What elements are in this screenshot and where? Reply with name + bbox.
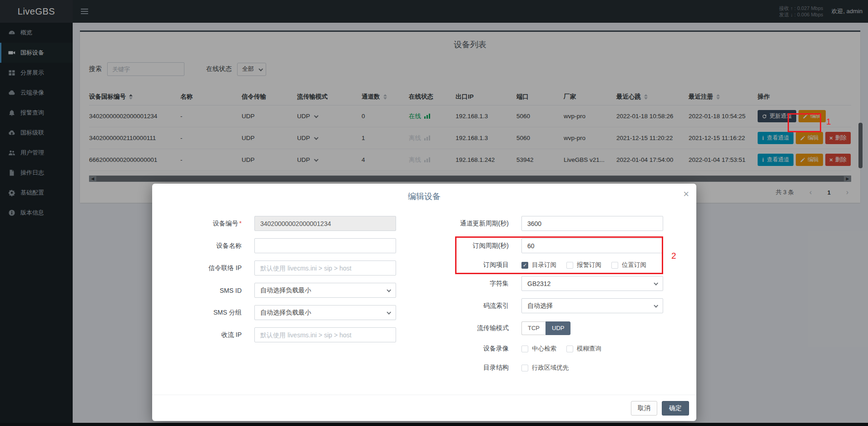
option-label: 模糊查询	[577, 345, 601, 353]
device-id-field	[254, 216, 396, 231]
catalog-subscribe-option[interactable]: 目录订阅	[521, 261, 556, 269]
udp-toggle-button[interactable]: UDP	[546, 321, 570, 335]
chevron-down-icon	[654, 303, 658, 308]
signal-ip-label: 信令联络 IP	[152, 264, 242, 272]
checkbox-icon[interactable]	[521, 346, 528, 352]
close-icon[interactable]: ×	[683, 189, 689, 199]
subscribe-period-field[interactable]	[521, 238, 663, 253]
required-asterisk: *	[239, 220, 242, 227]
checkbox-checked-icon[interactable]	[521, 262, 528, 269]
checkbox-icon[interactable]	[611, 262, 618, 269]
option-label: 行政区域优先	[532, 364, 569, 372]
option-label: 位置订阅	[622, 261, 646, 269]
stream-index-select[interactable]: 自动选择	[521, 298, 663, 313]
charset-select[interactable]: GB2312	[521, 276, 663, 291]
position-subscribe-option[interactable]: 位置订阅	[611, 261, 646, 269]
checkbox-icon[interactable]	[566, 262, 573, 269]
chevron-down-icon	[387, 310, 391, 315]
recv-ip-field[interactable]	[254, 327, 396, 342]
sms-id-select[interactable]: 自动选择负载最小	[254, 283, 396, 298]
device-name-field[interactable]	[254, 238, 396, 253]
sms-id-value: 自动选择负载最小	[260, 286, 311, 295]
app-root: LiveGBS 接收 ↑ : 0.027 Mbps 发送 ↓ : 0.006 M…	[0, 0, 868, 426]
fuzzy-query-option[interactable]: 模糊查询	[566, 345, 601, 353]
center-search-option[interactable]: 中心检索	[521, 345, 556, 353]
modal-left-column: 设备编号* 设备名称 信令联络 IP SMS ID 自动选择负载最小 SMS 分…	[152, 216, 413, 350]
charset-label: 字符集	[419, 280, 509, 288]
device-name-label: 设备名称	[152, 242, 242, 250]
device-id-label: 设备编号	[213, 220, 238, 227]
sms-group-select[interactable]: 自动选择负载最小	[254, 305, 396, 320]
confirm-button[interactable]: 确定	[662, 401, 689, 416]
channel-refresh-label: 通道更新周期(秒)	[419, 220, 509, 228]
checkbox-icon[interactable]	[521, 365, 528, 371]
recv-ip-label: 收流 IP	[152, 331, 242, 339]
signal-ip-field[interactable]	[254, 261, 396, 276]
charset-value: GB2312	[527, 280, 551, 287]
cancel-button[interactable]: 取消	[631, 401, 657, 416]
dir-structure-label: 目录结构	[419, 364, 509, 372]
option-label: 目录订阅	[532, 261, 556, 269]
tcp-toggle-button[interactable]: TCP	[521, 321, 546, 335]
stream-index-value: 自动选择	[527, 302, 553, 310]
modal-title: 编辑设备	[152, 184, 696, 202]
sms-group-value: 自动选择负载最小	[260, 309, 311, 317]
subscribe-items-label: 订阅项目	[419, 261, 509, 269]
chevron-down-icon	[387, 288, 391, 292]
option-label: 报警订阅	[577, 261, 601, 269]
edit-device-modal: 编辑设备 × 设备编号* 设备名称 信令联络 IP SMS ID 自动选择	[152, 184, 696, 421]
sms-group-label: SMS 分组	[152, 309, 242, 317]
alarm-subscribe-option[interactable]: 报警订阅	[566, 261, 601, 269]
stream-mode-toggle: TCP UDP	[521, 321, 570, 335]
stream-mode-label: 流传输模式	[419, 324, 509, 332]
channel-refresh-field[interactable]	[521, 216, 663, 231]
stream-index-label: 码流索引	[419, 302, 509, 310]
modal-footer: 取消 确定	[152, 395, 696, 421]
checkbox-icon[interactable]	[566, 346, 573, 352]
device-record-label: 设备录像	[419, 345, 509, 353]
subscribe-period-label: 订阅周期(秒)	[419, 242, 509, 250]
chevron-down-icon	[654, 281, 658, 286]
modal-body: 设备编号* 设备名称 信令联络 IP SMS ID 自动选择负载最小 SMS 分…	[152, 209, 696, 395]
modal-right-column: 通道更新周期(秒) 订阅周期(秒) 订阅项目 目录订阅 报警订阅 位置订阅	[419, 216, 692, 380]
sms-id-label: SMS ID	[152, 287, 242, 294]
option-label: 中心检索	[532, 345, 556, 353]
admin-region-priority-option[interactable]: 行政区域优先	[521, 364, 569, 372]
